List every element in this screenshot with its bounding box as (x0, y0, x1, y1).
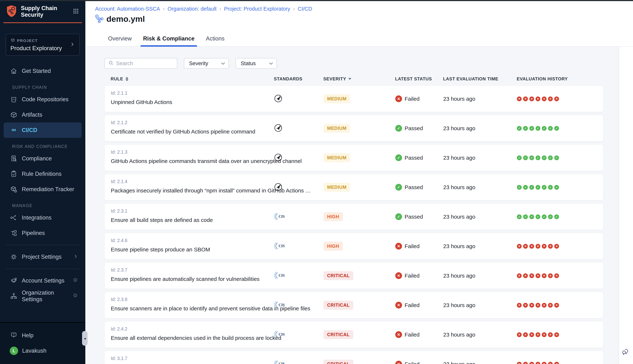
standards-cell: CIS (274, 271, 324, 280)
status-label: Passed (404, 155, 423, 161)
info-icon[interactable] (72, 277, 78, 284)
status-failed-icon: ✕ (395, 96, 402, 102)
status-filter-select[interactable]: Status (236, 58, 277, 69)
evaluation-failed-icon: ✕ (554, 362, 559, 364)
evaluation-passed-icon: ✓ (523, 185, 528, 190)
rule-name: Ensure pipelines are automatically scann… (111, 276, 274, 282)
status-cell: ✕ Failed (395, 272, 443, 279)
rule-cell: Id: 2.1.2 Certificate not verified by Gi… (104, 115, 274, 141)
evaluation-failed-icon: ✕ (536, 244, 540, 249)
chevron-down-icon (269, 61, 273, 65)
rule-row[interactable]: Id: 2.1.4 Packages insecurely installed … (104, 174, 603, 200)
column-header-last-evaluation-time: LAST EVALUATION TIME (443, 76, 517, 82)
rule-row[interactable]: Id: 2.4.6 Ensure pipeline steps produce … (104, 233, 603, 260)
feedback-chat-icon[interactable] (621, 347, 630, 356)
sidebar-item-label: Code Repositories (22, 96, 68, 103)
evaluation-failed-icon: ✕ (548, 96, 553, 101)
project-selector[interactable]: PROJECT Product Exploratory (6, 34, 80, 56)
search-input[interactable] (116, 60, 173, 66)
pipeline-dag-icon (95, 14, 104, 24)
sidebar-item-label: Get Started (22, 68, 51, 74)
rule-name: Ensure pipeline steps produce an SBOM (111, 246, 274, 253)
sidebar-item-integrations[interactable]: Integrations (0, 210, 85, 226)
breadcrumb-cicd-link[interactable]: CI/CD (298, 6, 312, 12)
rule-id: Id: 3.1.7 (111, 356, 274, 361)
evaluation-history: ✕✕✕✕✕✕✕ (517, 362, 603, 364)
severity-badge: CRITICAL (324, 271, 353, 280)
severity-cell: CRITICAL (324, 360, 395, 364)
page-title: demo.yml (106, 14, 145, 24)
evaluation-passed-icon: ✓ (542, 156, 546, 160)
evaluation-failed-icon: ✕ (542, 244, 546, 249)
rule-row[interactable]: Id: 2.3.1 Ensure all build steps are def… (104, 204, 603, 230)
sidebar-item-pipelines[interactable]: Pipelines (0, 226, 85, 241)
info-icon[interactable] (72, 292, 78, 300)
evaluation-failed-icon: ✕ (517, 96, 522, 101)
rule-name: Certificate not verified by GitHub Actio… (111, 128, 274, 135)
gear-icon (10, 253, 18, 261)
user-menu[interactable]: L Lavakush (0, 343, 85, 358)
sidebar-item-project-settings[interactable]: Project Settings (0, 249, 85, 264)
last-evaluation-time: 23 hours ago (443, 125, 517, 132)
tab-overview[interactable]: Overview (106, 35, 133, 47)
evaluation-failed-icon: ✕ (542, 332, 546, 337)
rule-row[interactable]: Id: 2.3.8 Ensure scanners are in place t… (104, 292, 603, 318)
severity-badge: CRITICAL (324, 301, 353, 310)
sidebar-item-get-started[interactable]: Get Started (0, 63, 85, 79)
severity-badge: MEDIUM (324, 94, 350, 103)
sidebar-item-help[interactable]: ? Help (0, 328, 85, 343)
sidebar-item-rule-definitions[interactable]: Rule Definitions (0, 166, 85, 182)
svg-text:</>: </> (12, 98, 15, 101)
breadcrumb-project-link[interactable]: Project: Product Exploratory (224, 6, 290, 12)
rule-row[interactable]: Id: 2.3.7 Ensure pipelines are automatic… (104, 262, 603, 289)
sidebar-collapse-handle[interactable]: ◂ (82, 331, 88, 346)
status-label: Passed (404, 184, 423, 190)
column-header-severity[interactable]: SEVERITY (323, 76, 395, 82)
breadcrumb-account-link[interactable]: Account: Automation-SSCA (95, 6, 160, 12)
rule-id: Id: 2.4.2 (111, 326, 274, 332)
tab-risk-and-compliance[interactable]: Risk & Compliance (142, 35, 196, 47)
sidebar-item-compliance[interactable]: Compliance (0, 151, 85, 166)
owasp-standard-icon (274, 183, 282, 191)
rule-id: Id: 2.3.7 (111, 267, 274, 273)
last-evaluation-time: 23 hours ago (443, 361, 517, 364)
breadcrumb-separator-icon: › (220, 6, 221, 12)
box-wrench-icon (10, 185, 18, 193)
status-cell: ✕ Failed (395, 361, 443, 364)
column-header-rule[interactable]: RULE (104, 76, 274, 82)
status-passed-icon: ✓ (395, 213, 402, 220)
rule-id: Id: 2.1.4 (111, 179, 274, 184)
severity-filter-select[interactable]: Severity (184, 58, 229, 69)
evaluation-passed-icon: ✓ (548, 185, 553, 190)
evaluation-failed-icon: ✕ (523, 244, 528, 249)
section-manage: MANAGE (12, 203, 85, 208)
rule-row[interactable]: Id: 2.1.3 GitHub Actions pipeline comman… (104, 144, 603, 171)
sidebar-item-organization-settings[interactable]: Organization Settings (0, 288, 85, 304)
evaluation-failed-icon: ✕ (517, 362, 522, 364)
breadcrumb-organization-link[interactable]: Organization: default (168, 6, 217, 12)
sidebar-item-cicd[interactable]: ∞ CI/CD (4, 122, 82, 138)
rule-row[interactable]: Id: 2.1.1 Unpinned GitHub Actions MEDIUM… (104, 86, 603, 112)
evaluation-failed-icon: ✕ (536, 96, 540, 101)
evaluation-history: ✕✕✕✕✕✕✕ (517, 244, 603, 249)
help-chat-icon: ? (10, 332, 18, 340)
rule-row[interactable]: Id: 3.1.7 CIS CRITICAL ✕ Failed 23 hours… (104, 351, 603, 364)
org-chart-gear-icon (10, 292, 18, 300)
status-failed-icon: ✕ (395, 331, 402, 338)
app-switcher-grid-icon[interactable] (72, 8, 80, 16)
rule-cell: Id: 3.1.7 (104, 351, 274, 364)
sidebar-item-account-settings[interactable]: Account Settings (0, 273, 85, 288)
rules-table-header: RULE STANDARDS SEVERITY LATEST STATUS LA… (104, 72, 603, 86)
rule-row[interactable]: Id: 2.1.2 Certificate not verified by Gi… (104, 115, 603, 142)
sidebar-item-artifacts[interactable]: Artifacts (0, 107, 85, 122)
sidebar-item-remediation-tracker[interactable]: Remediation Tracker (0, 182, 85, 197)
severity-badge: CRITICAL (324, 360, 353, 364)
sidebar-item-code-repositories[interactable]: </> Code Repositories (0, 92, 85, 107)
tab-actions[interactable]: Actions (204, 35, 226, 47)
status-cell: ✓ Passed (395, 184, 443, 190)
status-cell: ✓ Passed (395, 213, 443, 220)
evaluation-passed-icon: ✓ (542, 214, 546, 219)
status-passed-icon: ✓ (395, 125, 402, 132)
rule-row[interactable]: Id: 2.4.2 Ensure all external dependenci… (104, 321, 603, 348)
severity-cell: CRITICAL (324, 271, 395, 280)
